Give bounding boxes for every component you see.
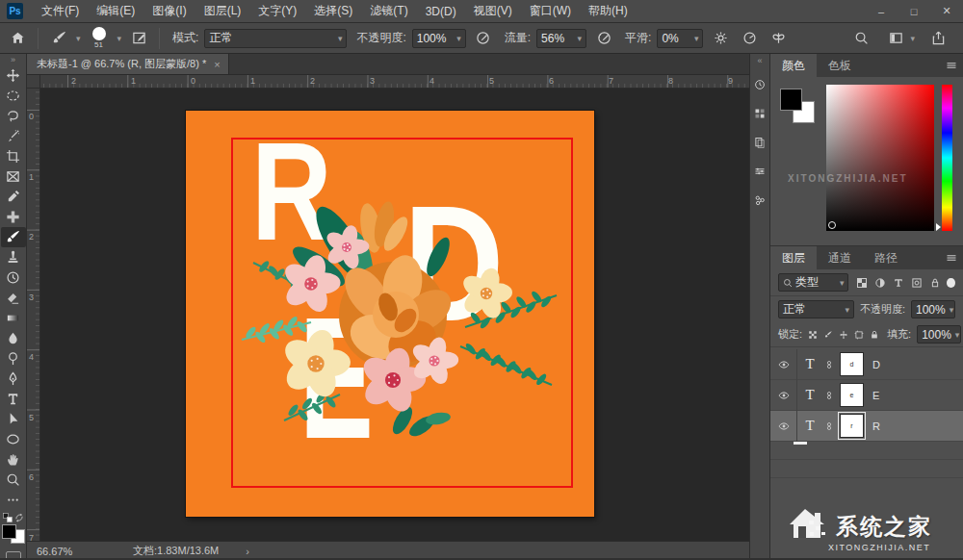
canvas[interactable]: RDE (186, 111, 594, 517)
opacity-select[interactable]: 100% ▾ (412, 29, 466, 48)
ruler-origin-corner[interactable] (27, 75, 40, 89)
filter-smart-icon[interactable] (929, 277, 941, 289)
layer-fill-select[interactable]: 100% ▾ (917, 325, 961, 344)
menu-item-help[interactable]: 帮助(H) (580, 0, 637, 23)
menu-item-image[interactable]: 图像(I) (143, 0, 195, 23)
minimize-button[interactable]: – (865, 0, 898, 23)
layer-mask-thumbnail[interactable]: d (840, 352, 864, 376)
menu-item-window[interactable]: 窗口(W) (521, 0, 580, 23)
tool-pen[interactable] (1, 369, 26, 389)
panel-menu-icon[interactable] (946, 252, 957, 264)
lock-artboard-icon[interactable] (854, 330, 864, 340)
smoothing-options-button[interactable] (709, 27, 732, 50)
tool-stamp[interactable] (1, 247, 26, 267)
lock-transparent-icon[interactable] (808, 330, 818, 340)
layer-mask-thumbnail[interactable]: r (840, 414, 864, 438)
layer-blend-mode-select[interactable]: 正常 ▾ (778, 300, 854, 318)
layer-name[interactable]: R (872, 420, 880, 432)
blend-mode-select[interactable]: 正常 ▾ (204, 29, 347, 48)
menu-item-type[interactable]: 文字(Y) (249, 0, 305, 23)
color-field-cursor[interactable] (828, 221, 836, 229)
close-button[interactable]: ✕ (930, 0, 963, 23)
brush-angle-button[interactable] (738, 27, 761, 50)
brush-tool-preset-button[interactable] (47, 27, 70, 50)
tool-eraser[interactable] (1, 288, 26, 308)
airbrush-button[interactable] (592, 27, 615, 50)
hue-slider-marker[interactable] (936, 223, 941, 231)
lock-move-icon[interactable] (839, 330, 848, 340)
tab-channels[interactable]: 通道 (817, 246, 863, 269)
panel-button-comments[interactable] (750, 189, 769, 212)
layer-name[interactable]: D (872, 359, 880, 370)
layer-name[interactable]: E (872, 390, 879, 401)
lock-paint-icon[interactable] (823, 330, 833, 340)
layer-row-E[interactable]: TeE (770, 380, 963, 411)
tool-move[interactable] (1, 65, 26, 86)
tool-blur[interactable] (1, 328, 26, 348)
horizontal-ruler[interactable]: 210123456789 (40, 75, 749, 89)
layer-visibility-toggle[interactable] (770, 411, 797, 442)
layer-row-R[interactable]: TrR (770, 411, 963, 442)
menu-item-select[interactable]: 选择(S) (305, 0, 361, 23)
tool-quick-select[interactable] (1, 126, 26, 146)
menu-item-filter[interactable]: 滤镜(T) (361, 0, 416, 23)
tool-gradient[interactable] (1, 308, 26, 328)
layer-opacity-select[interactable]: 100% ▾ (911, 300, 955, 318)
tool-zoom[interactable] (1, 470, 26, 490)
search-button[interactable] (849, 27, 872, 50)
tool-lasso[interactable] (1, 106, 26, 126)
status-options-chevron[interactable]: › (246, 546, 249, 557)
tool-frame[interactable] (1, 166, 26, 187)
layer-filtering-toggle[interactable] (947, 278, 955, 288)
panel-button-history[interactable] (750, 73, 769, 96)
tab-swatches[interactable]: 色板 (817, 54, 863, 77)
panel-button-adjustments[interactable] (750, 102, 769, 125)
menu-item-file[interactable]: 文件(F) (33, 0, 88, 23)
toggle-brush-settings-button[interactable] (127, 27, 150, 50)
smoothing-select[interactable]: 0% ▾ (657, 29, 703, 48)
pasteboard[interactable]: RDE (40, 89, 749, 541)
document-tab[interactable]: 未标题-1 @ 66.7% (R, 图层蒙版/8) * × (27, 54, 229, 74)
paint-symmetry-button[interactable] (767, 27, 790, 50)
home-button[interactable] (6, 27, 29, 50)
menu-item-3d[interactable]: 3D(D) (417, 0, 465, 23)
zoom-level-field[interactable]: 66.67% (37, 546, 94, 557)
menu-item-layer[interactable]: 图层(L) (195, 0, 250, 23)
default-colors-icon[interactable] (3, 513, 13, 522)
flow-select[interactable]: 56% ▾ (536, 29, 586, 48)
text-layer-thumbnail[interactable]: T (797, 418, 822, 434)
lock-all-icon[interactable] (870, 330, 879, 340)
brush-preset-picker[interactable]: 51 (87, 27, 112, 49)
panel-menu-icon[interactable] (946, 60, 957, 71)
tab-paths[interactable]: 路径 (863, 246, 909, 269)
tab-close-icon[interactable]: × (214, 59, 220, 70)
hue-slider[interactable] (942, 85, 952, 231)
text-layer-thumbnail[interactable]: T (797, 387, 822, 403)
tool-dodge[interactable] (1, 348, 26, 369)
menu-item-view[interactable]: 视图(V) (465, 0, 521, 23)
toolbar-collapse-button[interactable]: » (0, 55, 26, 65)
tool-brush[interactable] (1, 227, 26, 247)
menu-item-edit[interactable]: 编辑(E) (88, 0, 143, 23)
filter-type-icon[interactable] (893, 277, 904, 289)
tool-healing[interactable] (1, 207, 26, 227)
saturation-brightness-field[interactable] (826, 85, 934, 231)
tool-edit-toolbar[interactable] (1, 490, 26, 510)
tab-color[interactable]: 颜色 (770, 54, 817, 77)
layer-mask-thumbnail[interactable]: e (840, 383, 864, 407)
panel-button-libraries[interactable] (750, 131, 769, 154)
workspace-switcher-button[interactable] (884, 27, 907, 50)
expand-panels-button[interactable]: « (757, 56, 762, 67)
foreground-color-swatch[interactable] (780, 89, 802, 111)
tab-layers[interactable]: 图层 (770, 246, 817, 269)
tool-marquee[interactable] (1, 86, 26, 106)
layer-row-D[interactable]: TdD (770, 349, 963, 380)
tool-eyedropper[interactable] (1, 187, 26, 207)
maximize-button[interactable]: □ (898, 0, 930, 23)
filter-shape-icon[interactable] (911, 277, 923, 289)
tool-ellipse[interactable] (1, 429, 26, 449)
tool-history-brush[interactable] (1, 267, 26, 288)
layer-visibility-toggle[interactable] (770, 349, 797, 380)
panel-button-properties[interactable] (750, 160, 769, 183)
vertical-ruler[interactable]: 01234567 (27, 89, 40, 541)
